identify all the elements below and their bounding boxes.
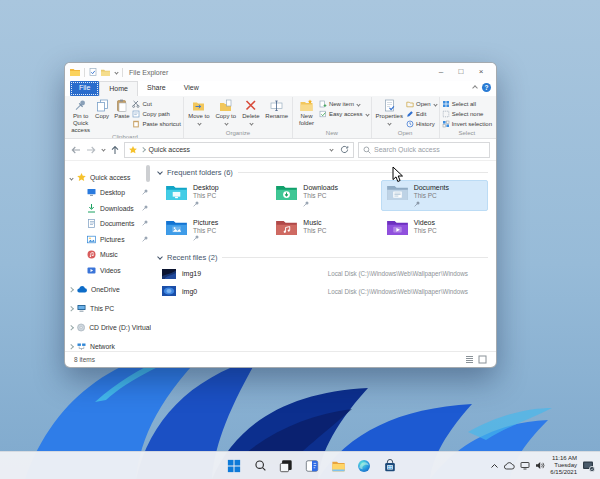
chevron-right-icon[interactable] bbox=[68, 287, 73, 292]
breadcrumb-location[interactable]: Quick access bbox=[149, 146, 191, 153]
action-center-button[interactable] bbox=[582, 460, 595, 472]
sidebar-item-quick-access[interactable]: Quick access bbox=[65, 169, 151, 185]
chevron-right-icon[interactable] bbox=[68, 344, 73, 349]
tab-file[interactable]: File bbox=[70, 81, 99, 96]
chevron-down-icon[interactable] bbox=[69, 176, 73, 180]
copy-to-button[interactable]: Copy to bbox=[213, 97, 239, 127]
details-view-button[interactable] bbox=[465, 355, 474, 364]
ribbon: Pin to Quick access Copy Paste bbox=[65, 96, 496, 139]
collapse-chevron-icon[interactable] bbox=[157, 254, 163, 260]
onedrive-tray-icon[interactable] bbox=[504, 462, 515, 470]
dropdown-chevron-icon bbox=[249, 121, 253, 125]
sidebar-item-cd-drive[interactable]: CD Drive (D:) Virtual bbox=[65, 319, 151, 335]
recent-locations-chevron-icon[interactable] bbox=[101, 147, 105, 151]
paste-icon bbox=[115, 99, 128, 112]
network-tray-icon[interactable] bbox=[520, 461, 530, 470]
up-button[interactable] bbox=[110, 145, 120, 155]
folder-tile-videos[interactable]: Videos This PC bbox=[381, 215, 488, 246]
address-bar[interactable]: Quick access bbox=[124, 142, 354, 158]
folder-tile-downloads[interactable]: Downloads This PC bbox=[270, 180, 377, 211]
collapse-chevron-icon[interactable] bbox=[157, 169, 163, 175]
section-header-recent-files[interactable]: Recent files (2) bbox=[156, 253, 488, 262]
rename-button[interactable]: Rename bbox=[263, 97, 290, 120]
refresh-icon[interactable] bbox=[340, 145, 349, 154]
sidebar-scrollbar[interactable] bbox=[146, 165, 150, 182]
ribbon-group-new: New folder New item bbox=[292, 97, 371, 138]
tab-view[interactable]: View bbox=[175, 81, 208, 96]
properties-button[interactable]: Properties bbox=[374, 97, 405, 127]
file-row-img19[interactable]: img19 Local Disk (C:)\Windows\Web\Wallpa… bbox=[160, 265, 488, 283]
address-dropdown-chevron-icon[interactable] bbox=[329, 147, 333, 151]
edit-button[interactable]: Edit bbox=[406, 110, 437, 118]
history-button[interactable]: History bbox=[406, 120, 437, 128]
select-all-button[interactable]: Select all bbox=[442, 100, 492, 108]
microsoft-store-button[interactable] bbox=[382, 458, 398, 474]
paste-shortcut-button[interactable]: Paste shortcut bbox=[132, 120, 180, 128]
sidebar-item-onedrive[interactable]: OneDrive bbox=[65, 281, 151, 297]
start-button[interactable] bbox=[226, 458, 242, 474]
sidebar-item-music[interactable]: Music bbox=[65, 247, 151, 263]
tray-chevron-up-icon[interactable] bbox=[490, 462, 499, 470]
section-header-frequent-folders[interactable]: Frequent folders (6) bbox=[156, 168, 488, 177]
search-input[interactable] bbox=[374, 146, 485, 153]
sidebar-item-this-pc[interactable]: This PC bbox=[65, 300, 151, 316]
sidebar-item-network[interactable]: Network bbox=[65, 338, 151, 351]
cut-button[interactable]: Cut bbox=[132, 100, 180, 108]
close-button[interactable]: × bbox=[471, 65, 491, 80]
new-folder-button[interactable]: New folder bbox=[295, 97, 318, 127]
window-titlebar[interactable]: File Explorer – □ × bbox=[65, 63, 496, 81]
maximize-button[interactable]: □ bbox=[451, 65, 471, 80]
easy-access-button[interactable]: Easy access bbox=[319, 110, 369, 118]
folder-tile-documents[interactable]: Documents This PC bbox=[381, 180, 488, 211]
minimize-ribbon-chevron-icon[interactable] bbox=[472, 85, 478, 91]
folder-tile-pictures[interactable]: Pictures This PC bbox=[160, 215, 267, 246]
move-to-button[interactable]: Move to bbox=[186, 97, 212, 127]
easy-access-icon bbox=[319, 110, 327, 118]
back-button[interactable] bbox=[71, 145, 81, 155]
copy-button[interactable]: Copy bbox=[93, 97, 111, 120]
tab-share[interactable]: Share bbox=[138, 81, 175, 96]
pin-to-quick-access-button[interactable]: Pin to Quick access bbox=[69, 97, 92, 134]
file-explorer-button[interactable] bbox=[330, 458, 346, 474]
tab-home[interactable]: Home bbox=[99, 81, 138, 96]
qat-new-folder-icon[interactable] bbox=[101, 69, 110, 76]
chevron-right-icon[interactable] bbox=[68, 325, 73, 330]
folder-tile-music[interactable]: Music This PC bbox=[270, 215, 377, 246]
delete-button[interactable]: Delete bbox=[240, 97, 263, 127]
sidebar-item-videos[interactable]: Videos bbox=[65, 263, 151, 279]
task-view-button[interactable] bbox=[278, 458, 294, 474]
open-button[interactable]: Open bbox=[406, 100, 437, 108]
breadcrumb-chevron-icon[interactable] bbox=[140, 147, 145, 152]
content-pane: Frequent folders (6) Desktop This PC bbox=[151, 161, 496, 351]
invert-selection-button[interactable]: Invert selection bbox=[442, 120, 492, 128]
chevron-right-icon[interactable] bbox=[68, 306, 73, 311]
select-none-button[interactable]: Select none bbox=[442, 110, 492, 118]
widgets-button[interactable] bbox=[304, 458, 320, 474]
ribbon-group-organize: Move to Copy to Delete bbox=[183, 97, 292, 138]
file-row-img0[interactable]: img0 Local Disk (C:)\Windows\Web\Wallpap… bbox=[160, 283, 488, 301]
search-box[interactable] bbox=[358, 142, 490, 158]
folder-tile-desktop[interactable]: Desktop This PC bbox=[160, 180, 267, 211]
sidebar-item-pictures[interactable]: Pictures bbox=[65, 232, 151, 248]
help-button[interactable]: ? bbox=[482, 83, 491, 92]
taskbar-clock[interactable]: 11:16 AM Tuesday 6/15/2021 bbox=[550, 455, 577, 476]
edge-button[interactable] bbox=[356, 458, 372, 474]
paste-button[interactable]: Paste bbox=[112, 97, 131, 120]
qat-customize-chevron-icon[interactable] bbox=[114, 70, 118, 74]
sidebar-item-downloads[interactable]: Downloads bbox=[65, 201, 151, 217]
forward-button[interactable] bbox=[86, 145, 96, 155]
sidebar-item-label: Network bbox=[90, 343, 115, 350]
clock-date: 6/15/2021 bbox=[550, 469, 577, 476]
new-item-button[interactable]: New item bbox=[319, 100, 369, 108]
copy-path-button[interactable]: Copy path bbox=[132, 110, 180, 118]
sidebar-item-documents[interactable]: Documents bbox=[65, 216, 151, 232]
taskbar-search-button[interactable] bbox=[252, 458, 268, 474]
pin-icon bbox=[74, 99, 87, 112]
sidebar-item-desktop[interactable]: Desktop bbox=[65, 185, 151, 201]
pictures-folder-icon bbox=[165, 219, 188, 236]
thumbnail-view-button[interactable] bbox=[478, 355, 487, 364]
qat-properties-icon[interactable] bbox=[89, 68, 97, 76]
task-view-icon bbox=[279, 459, 293, 473]
minimize-button[interactable]: – bbox=[431, 65, 451, 80]
volume-tray-icon[interactable] bbox=[535, 461, 545, 470]
